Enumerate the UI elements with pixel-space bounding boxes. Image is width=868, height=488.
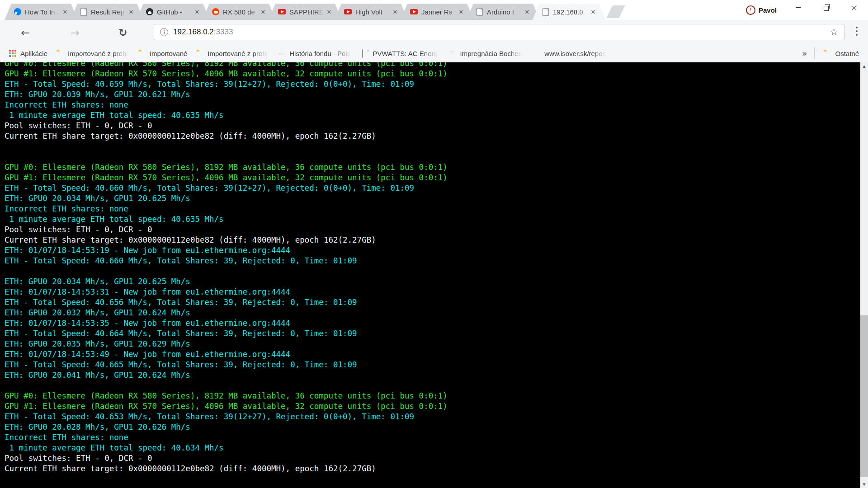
console-line [5, 141, 860, 152]
console-line: GPU #1: Ellesmere (Radeon RX 570 Series)… [5, 401, 860, 412]
tab-sapphire[interactable]: SAPPHIRE [269, 4, 342, 20]
new-tab-button[interactable] [606, 5, 625, 18]
tab-rx580[interactable]: RX 580 de [203, 4, 276, 20]
page-icon [80, 8, 87, 16]
bookmark-item[interactable]: PVWATTS: AC Energy [358, 48, 443, 59]
url-port: :3333 [214, 28, 233, 37]
youtube-icon [410, 9, 418, 14]
tab-close-icon[interactable] [524, 9, 531, 15]
page-icon [361, 50, 369, 57]
minimize-button[interactable] [784, 0, 812, 15]
console-line: ETH: GPU0 20.041 Mh/s, GPU1 20.624 Mh/s [5, 370, 860, 380]
console-line: Current ETH share target: 0x0000000112e0… [5, 235, 860, 245]
tab-close-icon[interactable] [61, 9, 69, 15]
console-line: 1 minute average ETH total speed: 40.634… [5, 443, 860, 453]
restore-button[interactable] [812, 0, 840, 15]
address-bar[interactable]: 192.168.0.2 :3333 [154, 24, 844, 40]
bookmark-item[interactable]: www.isover.sk/reposi [530, 48, 610, 59]
red-square-icon [448, 50, 456, 57]
console-line: ETH: GPU0 20.032 Mh/s, GPU1 20.624 Mh/s [5, 308, 860, 318]
bookmark-item[interactable]: História fondu - Poist [275, 48, 355, 59]
browser-menu-button[interactable] [853, 27, 860, 38]
bookmark-label: Ostatné [835, 50, 859, 57]
scrollbar-thumb[interactable] [860, 315, 868, 477]
console-line: ETH: GPU0 20.034 Mh/s, GPU1 20.625 Mh/s [5, 193, 860, 204]
console-line: GPU #0: Ellesmere (Radeon RX 580 Series)… [5, 391, 860, 401]
console-line: ETH - Total Speed: 40.664 Mh/s, Total Sh… [5, 328, 860, 339]
folder-icon [138, 50, 146, 57]
tab-close-icon[interactable] [458, 9, 465, 15]
console-line: Incorrect ETH shares: none [5, 100, 860, 110]
console-line: ETH - Total Speed: 40.656 Mh/s, Total Sh… [5, 297, 860, 308]
tab-close-icon[interactable] [392, 9, 399, 15]
console-line: GPU #0: Ellesmere (Radeon RX 580 Series)… [5, 162, 860, 173]
console-line [5, 152, 860, 162]
console-line: ETH - Total Speed: 40.653 Mh/s, Total Sh… [5, 412, 860, 422]
tab-highvolt[interactable]: High Volt [335, 4, 408, 20]
back-button[interactable] [17, 24, 33, 41]
tab-howto[interactable]: How To In [5, 4, 78, 20]
tab-close-icon[interactable] [590, 9, 597, 15]
console-line: ETH - Total Speed: 40.659 Mh/s, Total Sh… [5, 79, 860, 89]
kebab-icon [856, 27, 858, 28]
page-icon [476, 8, 483, 16]
tab-strip-tabs: How To InResult RepGitHub - RX 580 deSAP… [5, 4, 622, 20]
vertical-scrollbar[interactable] [860, 62, 868, 488]
console-line [5, 266, 860, 277]
console-line: Current ETH share target: 0x0000000112e0… [5, 131, 860, 141]
sync-error-icon [746, 5, 755, 15]
console-line: ETH: 01/07/18-14:53:19 - New job from eu… [5, 245, 860, 256]
tab-title: RX 580 de [223, 8, 259, 16]
bookmark-star-icon[interactable] [830, 28, 838, 37]
minimize-icon [796, 7, 801, 8]
folder-icon [57, 50, 64, 57]
tab-title: Janner Ra [421, 8, 458, 16]
console-line: GPU #0: Ellesmere (Radeon RX 580 Series)… [5, 62, 860, 69]
profile-name: Pavol [759, 6, 777, 14]
tab-title: GitHub - [157, 8, 193, 16]
tab-title: SAPPHIRE [289, 8, 326, 16]
page-info-icon[interactable] [160, 28, 168, 36]
tab-arduino[interactable]: Arduino I [467, 4, 540, 20]
bookmark-label: PVWATTS: AC Energy [373, 50, 439, 57]
bookmark-folder-other[interactable]: Ostatné [821, 48, 862, 59]
tab-title: Arduino I [487, 8, 524, 16]
apps-grid-icon [9, 50, 17, 57]
console-line: Pool switches: ETH - 0, DCR - 0 [5, 225, 860, 235]
apps-grid-cells [9, 50, 16, 57]
bookmark-item[interactable]: Importované z prehli [53, 48, 132, 59]
console-line: Pool switches: ETH - 0, DCR - 0 [5, 453, 860, 464]
tab-miner[interactable]: 192.168.0 [533, 4, 606, 20]
scroll-up-arrow-icon[interactable] [860, 62, 868, 70]
console-line: ETH - Total Speed: 40.660 Mh/s, Total Sh… [5, 183, 860, 193]
console-line: Current ETH share target: 0x0000000112e0… [5, 464, 860, 474]
github-icon [146, 8, 153, 15]
console-line: ETH: GPU0 20.039 Mh/s, GPU1 20.621 Mh/s [5, 89, 860, 100]
tab-github[interactable]: GitHub - [137, 4, 210, 20]
tab-close-icon[interactable] [259, 9, 267, 15]
bookmark-item[interactable]: Impregnácia Bochem [445, 48, 527, 59]
tab-close-icon[interactable] [193, 9, 201, 15]
console-line: ETH - Total Speed: 40.665 Mh/s, Total Sh… [5, 360, 860, 370]
tab-result[interactable]: Result Rep [71, 4, 144, 20]
scroll-down-arrow-icon[interactable] [860, 480, 868, 488]
bookmarks-overflow-button[interactable]: » [802, 48, 807, 58]
close-button[interactable] [840, 0, 868, 15]
forward-button[interactable] [67, 24, 83, 41]
bookmarks-divider [814, 47, 815, 59]
bookmark-item[interactable]: Aplikácie [6, 48, 51, 59]
tab-close-icon[interactable] [127, 9, 135, 15]
reload-button[interactable] [115, 24, 131, 41]
bookmarks-right: » Ostatné [795, 47, 863, 59]
profile-button[interactable]: Pavol [746, 5, 777, 15]
bookmark-item[interactable]: Importované [135, 48, 190, 59]
tab-janner[interactable]: Janner Ra [401, 4, 474, 20]
console-line [5, 380, 860, 391]
folder-icon [824, 50, 831, 57]
tab-close-icon[interactable] [326, 9, 333, 15]
tab-title: Result Rep [91, 8, 127, 16]
console-line: GPU #1: Ellesmere (Radeon RX 570 Series)… [5, 173, 860, 183]
bookmark-item[interactable]: Importované z prehli [193, 48, 272, 59]
bookmark-label: Importované z prehli [68, 50, 129, 57]
toolbar: 192.168.0.2 :3333 [0, 20, 868, 44]
